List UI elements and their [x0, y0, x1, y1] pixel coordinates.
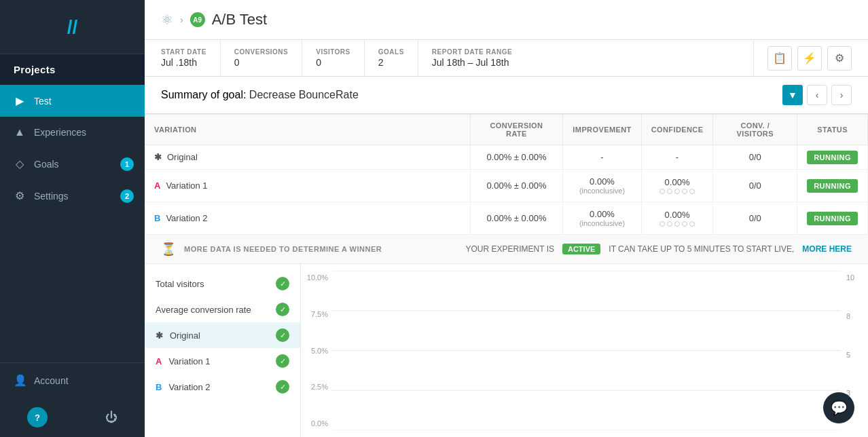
- active-badge: ACTIVE: [562, 244, 600, 254]
- var2-confidence-value: 0.00%: [651, 210, 704, 220]
- stat-report-range-value: Jul 18th – Jul 18th: [432, 57, 740, 68]
- legend-item-avg-conv-rate[interactable]: Average conversion rate ✓: [145, 297, 300, 322]
- stat-conversions: CONVERSIONS 0: [234, 40, 302, 76]
- stat-conversions-label: CONVERSIONS: [234, 48, 288, 56]
- original-marker: ✱: [154, 152, 162, 162]
- results-table: VARIATION CONVERSION RATE IMPROVEMENT CO…: [145, 115, 868, 235]
- sidebar-item-experiences-label: Experiences: [34, 127, 86, 138]
- main-content-area: ⚛ › A9 A/B Test START DATE Jul .18th CON…: [145, 0, 868, 437]
- legend-variation2-label: Variation 2: [168, 382, 210, 392]
- sidebar-item-test[interactable]: ▶ Test: [0, 85, 145, 117]
- sidebar-item-goals[interactable]: ◇ Goals 1: [0, 148, 145, 180]
- help-button[interactable]: ?: [27, 407, 48, 428]
- summary-text-area: Summary of goal: Decrease BounceRate: [161, 89, 359, 101]
- logo-icon: //: [67, 16, 78, 38]
- test-icon: ▶: [14, 94, 26, 107]
- original-confidence: -: [641, 145, 713, 170]
- chart-area: 10.0% 7.5% 5.0% 2.5% 0.0%: [301, 264, 868, 437]
- var1-confidence-dots: [651, 189, 704, 194]
- sidebar-item-goals-label: Goals: [34, 159, 59, 170]
- var2-conv-visitors: 0/0: [713, 202, 797, 235]
- legend-variation1-label: Variation 1: [168, 356, 210, 366]
- var-2-label: Variation 2: [166, 213, 207, 223]
- sidebar: // Projects ▶ Test ▲ Experiences ◇ Goals…: [0, 0, 145, 437]
- summary-controls: ▼ ‹ ›: [782, 85, 852, 105]
- dot: [689, 221, 695, 227]
- winner-text: MORE DATA IS NEEDED TO DETERMINE A WINNE…: [184, 245, 382, 253]
- more-here-link[interactable]: MORE HERE: [802, 244, 852, 254]
- legend-check-avg-conv-rate: ✓: [276, 303, 289, 316]
- sidebar-item-settings[interactable]: ⚙ Settings 2: [0, 180, 145, 212]
- winner-bar: ⏳ MORE DATA IS NEEDED TO DETERMINE A WIN…: [145, 235, 868, 264]
- col-improvement: IMPROVEMENT: [563, 115, 641, 145]
- page-header: ⚛ › A9 A/B Test: [145, 0, 868, 40]
- var-b-marker: B: [154, 213, 160, 223]
- y-label-3: 2.5%: [301, 383, 332, 391]
- legend-item-total-visitors[interactable]: Total visitors ✓: [145, 271, 300, 297]
- chat-button[interactable]: 💬: [823, 392, 854, 423]
- summary-bar: Summary of goal: Decrease BounceRate ▼ ‹…: [145, 77, 868, 114]
- settings-button[interactable]: ⚙: [827, 46, 852, 71]
- stat-goals-label: GOALS: [378, 48, 404, 56]
- stat-visitors-label: VISITORS: [316, 48, 350, 56]
- var2-improvement: 0.00% (inconclusive): [563, 202, 641, 235]
- var2-status: RUNNING: [797, 202, 868, 235]
- dot: [659, 189, 665, 194]
- var1-confidence: 0.00%: [641, 170, 713, 202]
- col-variation: VARIATION: [145, 115, 470, 145]
- var2-improvement-value: 0.00%: [573, 209, 631, 219]
- stats-bar: START DATE Jul .18th CONVERSIONS 0 VISIT…: [145, 40, 868, 77]
- account-item[interactable]: 👤 Account: [0, 362, 145, 398]
- var1-confidence-value: 0.00%: [651, 177, 704, 187]
- stats-icons: 📋 ⚡ ⚙: [767, 46, 852, 71]
- sidebar-item-settings-label: Settings: [34, 191, 69, 202]
- stat-report-range-label: REPORT DATE RANGE: [432, 48, 740, 56]
- legend-check-total-visitors: ✓: [276, 277, 289, 290]
- stat-report-range: REPORT DATE RANGE Jul 18th – Jul 18th: [432, 40, 754, 76]
- original-status: RUNNING: [797, 145, 868, 170]
- var1-conv-rate: 0.00% ± 0.00%: [470, 170, 563, 202]
- var2-confidence-dots: [651, 221, 704, 227]
- var1-improvement-value: 0.00%: [573, 176, 631, 187]
- original-conv-visitors: 0/0: [713, 145, 797, 170]
- legend-item-variation2[interactable]: B Variation 2 ✓: [145, 374, 300, 400]
- table-row: A Variation 1 0.00% ± 0.00% 0.00% (incon…: [145, 170, 868, 202]
- power-button[interactable]: ⏻: [92, 402, 131, 433]
- dot: [682, 221, 687, 227]
- projects-label[interactable]: Projects: [0, 54, 145, 85]
- var-a-marker: A: [154, 180, 160, 191]
- original-status-badge: RUNNING: [807, 151, 858, 164]
- copy-button[interactable]: 📋: [767, 46, 792, 71]
- legend-item-variation1[interactable]: A Variation 1 ✓: [145, 348, 300, 374]
- var1-status: RUNNING: [797, 170, 868, 202]
- sidebar-item-experiences[interactable]: ▲ Experiences: [0, 117, 145, 148]
- original-improvement: -: [563, 145, 641, 170]
- settings-badge: 2: [120, 189, 134, 203]
- variation-original: ✱ Original: [145, 145, 470, 170]
- legend-item-original[interactable]: ✱ Original ✓: [145, 322, 300, 348]
- chart-legend: Total visitors ✓ Average conversion rate…: [145, 264, 301, 437]
- summary-goal: Decrease BounceRate: [249, 89, 359, 100]
- stat-conversions-value: 0: [234, 57, 288, 68]
- page-title: A/B Test: [212, 11, 268, 28]
- dot: [674, 221, 680, 227]
- y-label-1: 7.5%: [301, 310, 332, 318]
- stat-start-date-label: START DATE: [161, 48, 206, 56]
- chart-y-labels: 10.0% 7.5% 5.0% 2.5% 0.0%: [301, 271, 332, 430]
- original-label: Original: [167, 152, 198, 162]
- table-header-row: VARIATION CONVERSION RATE IMPROVEMENT CO…: [145, 115, 868, 145]
- stat-goals-value: 2: [378, 57, 404, 68]
- summary-next-button[interactable]: ›: [831, 85, 852, 105]
- test-badge: A9: [190, 12, 205, 27]
- col-conv-visitors: CONV. / VISITORS: [713, 115, 797, 145]
- account-label: Account: [34, 375, 69, 386]
- summary-dropdown-button[interactable]: ▼: [782, 85, 803, 105]
- sidebar-item-test-label: Test: [34, 96, 52, 107]
- legend-var-b-marker: B: [156, 382, 162, 392]
- share-button[interactable]: ⚡: [797, 46, 822, 71]
- summary-prev-button[interactable]: ‹: [807, 85, 827, 105]
- y-label-4: 0.0%: [301, 419, 332, 428]
- settings-icon: ⚙: [14, 189, 26, 202]
- account-icon: 👤: [14, 374, 26, 387]
- sidebar-nav: ▶ Test ▲ Experiences ◇ Goals 1 ⚙ Setting…: [0, 85, 145, 362]
